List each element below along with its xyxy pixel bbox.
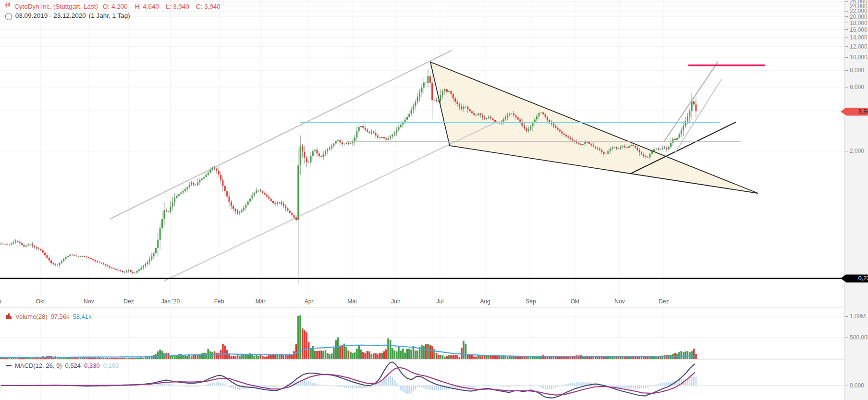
- candle-body: [633, 145, 634, 146]
- volume-bar: [293, 351, 295, 359]
- candle-body: [545, 114, 546, 117]
- candle-body: [143, 266, 144, 268]
- macd-histogram-bar: [484, 385, 485, 386]
- macd-histogram-bar: [390, 376, 391, 386]
- volume-bar: [599, 357, 600, 359]
- macd-histogram-bar: [576, 382, 577, 386]
- volume-bars-icon: [6, 313, 12, 320]
- volume-bar: [519, 356, 521, 359]
- volume-bar: [371, 354, 372, 359]
- candle-body: [383, 137, 385, 138]
- macd-histogram-bar: [469, 386, 471, 388]
- volume-legend[interactable]: Volume(28) 97,56k 58,41k: [5, 312, 95, 321]
- volume-bar: [107, 358, 109, 359]
- candle-body: [132, 272, 134, 273]
- macd-legend[interactable]: MACD(12, 26, 9) 0,524 0,330 0,193: [5, 362, 122, 370]
- candle-body: [553, 124, 554, 126]
- macd-histogram-bar: [534, 386, 536, 386]
- candle-body: [40, 249, 41, 250]
- volume-bar: [61, 358, 62, 359]
- volume-bar: [360, 350, 362, 359]
- candle-body: [201, 178, 203, 180]
- volume-bar: [287, 356, 289, 359]
- macd-histogram-bar: [331, 386, 332, 386]
- volume-bar: [620, 357, 622, 359]
- candle-body: [549, 120, 550, 122]
- x-axis-month-label: Apr: [305, 298, 314, 305]
- price-axis[interactable]: 26,00024,00022,00020,00018,00016,00014,0…: [844, 0, 868, 400]
- macd-histogram-bar: [434, 386, 435, 390]
- volume-bar: [352, 353, 354, 359]
- candle-body: [247, 201, 249, 204]
- candle-body: [80, 256, 81, 257]
- volume-bar: [400, 351, 402, 359]
- macd-histogram-bar: [360, 386, 362, 388]
- candle-body: [42, 250, 44, 252]
- macd-histogram-bar: [352, 386, 354, 388]
- macd-histogram-bar: [327, 386, 329, 386]
- volume-bar: [231, 356, 232, 359]
- candle-body: [559, 129, 561, 131]
- volume-bar: [86, 358, 87, 359]
- macd-histogram-bar: [314, 383, 316, 386]
- candle-body: [174, 198, 175, 202]
- volume-bar: [476, 357, 477, 359]
- volume-bar: [285, 355, 286, 359]
- macd-histogram-bar: [394, 380, 395, 386]
- macd-histogram-bar: [423, 386, 425, 388]
- macd-histogram-bar: [553, 386, 554, 388]
- volume-bar: [262, 356, 263, 359]
- volume-bar: [95, 357, 96, 359]
- candle-body: [348, 143, 349, 144]
- candle-body: [206, 175, 207, 177]
- macd-histogram-bar: [342, 386, 343, 388]
- macd-histogram-bar: [610, 386, 611, 386]
- candle-body: [128, 270, 129, 271]
- macd-histogram-bar: [438, 386, 440, 390]
- macd-histogram-bar: [229, 386, 230, 388]
- macd-histogram-value: 0,193: [103, 362, 119, 369]
- instrument-title-row[interactable]: CytoDyn Inc. (Stuttgart, Last) O: 4,200 …: [5, 2, 220, 11]
- macd-histogram-bar: [337, 386, 339, 387]
- candle-body: [19, 242, 21, 243]
- macd-histogram-bar: [622, 386, 623, 388]
- macd-histogram-bar: [356, 386, 358, 388]
- volume-bar: [618, 357, 619, 359]
- macd-histogram-bar: [660, 383, 661, 386]
- macd-line-icon: [6, 365, 12, 366]
- volume-bar: [557, 357, 559, 359]
- candle-body: [555, 126, 556, 128]
- volume-bar: [118, 358, 119, 359]
- macd-histogram-bar: [153, 385, 155, 386]
- candle-body: [660, 149, 661, 150]
- candle-body: [21, 243, 23, 245]
- volume-bar: [260, 355, 261, 359]
- candle-body: [262, 191, 263, 193]
- x-axis-month-label: Sep: [526, 298, 536, 305]
- macd-histogram-bar: [471, 386, 473, 388]
- macd-histogram-bar: [235, 386, 236, 389]
- macd-histogram-bar: [375, 385, 377, 386]
- volume-bar: [438, 355, 439, 359]
- candle-body: [183, 191, 184, 192]
- candle-body: [199, 180, 201, 183]
- candle-body: [595, 147, 596, 148]
- candle-body: [689, 111, 690, 117]
- candle-body: [243, 208, 245, 210]
- candle-body: [274, 203, 276, 204]
- candle-body: [212, 168, 213, 170]
- volume-bar: [687, 351, 688, 359]
- macd-histogram-bar: [570, 383, 571, 386]
- macd-histogram-bar: [501, 386, 502, 387]
- candle-body: [519, 119, 521, 122]
- chart-canvas[interactable]: [0, 0, 868, 400]
- candle-body: [38, 249, 39, 249]
- volume-bar: [97, 358, 98, 359]
- macd-histogram-bar: [147, 385, 148, 386]
- candle-body: [23, 245, 24, 246]
- candle-body: [86, 257, 87, 258]
- volume-bar: [428, 344, 429, 359]
- candle-body: [138, 270, 140, 271]
- candle-body: [59, 263, 61, 265]
- macd-histogram-bar: [377, 384, 379, 386]
